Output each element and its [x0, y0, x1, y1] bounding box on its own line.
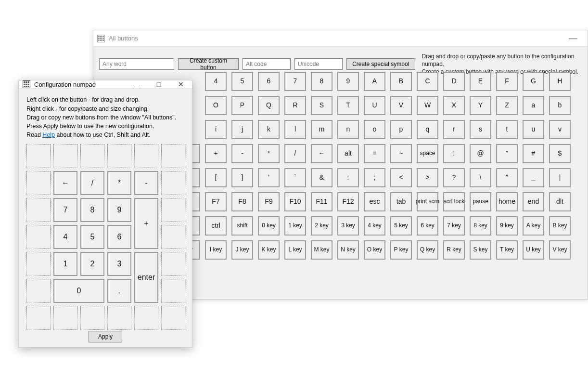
key-button[interactable]: Y	[470, 96, 491, 115]
numpad-backspace[interactable]: ←	[53, 171, 77, 195]
drop-slot[interactable]	[161, 306, 185, 330]
key-button[interactable]: M key	[311, 240, 332, 260]
key-button[interactable]: 9	[337, 72, 359, 91]
numpad-3[interactable]: 3	[107, 252, 131, 276]
key-button[interactable]: T key	[496, 240, 518, 260]
key-button[interactable]: home	[496, 192, 518, 211]
key-button[interactable]: 2 key	[311, 216, 332, 236]
key-button[interactable]: =	[364, 144, 385, 163]
drop-slot[interactable]	[26, 225, 51, 249]
drop-slot[interactable]	[161, 252, 185, 276]
drop-slot[interactable]	[161, 279, 185, 303]
numpad-decimal[interactable]: .	[107, 279, 131, 303]
key-button[interactable]: &	[311, 168, 332, 187]
all-buttons-titlebar[interactable]: All buttons —	[93, 30, 588, 47]
key-button[interactable]: print scrn	[417, 192, 438, 211]
drop-slot[interactable]	[26, 279, 51, 303]
key-button[interactable]: B	[390, 72, 412, 91]
key-button[interactable]: 4	[205, 72, 227, 91]
key-button[interactable]: [	[205, 168, 227, 187]
help-link[interactable]: Help	[42, 131, 55, 138]
create-custom-button[interactable]: Create custom button	[178, 58, 239, 70]
key-button[interactable]: W	[417, 96, 438, 115]
numpad-8[interactable]: 8	[80, 198, 104, 222]
key-button[interactable]: t	[496, 120, 518, 139]
numpad-layout[interactable]: ←/*-789+456123enter0.	[26, 144, 190, 325]
key-button[interactable]: S	[311, 96, 332, 115]
key-button[interactable]: F8	[231, 192, 253, 211]
minimize-button[interactable]: —	[562, 30, 584, 46]
key-button[interactable]: o	[364, 120, 385, 139]
drop-slot[interactable]	[80, 306, 104, 330]
numpad-4[interactable]: 4	[53, 225, 77, 249]
key-button[interactable]: tab	[390, 192, 412, 211]
key-button[interactable]: T	[337, 96, 359, 115]
key-button[interactable]: A key	[523, 216, 544, 236]
key-button[interactable]: alt	[337, 144, 359, 163]
key-button[interactable]: ;	[364, 168, 385, 187]
key-button[interactable]: R	[284, 96, 306, 115]
drop-slot[interactable]	[80, 144, 104, 168]
key-button[interactable]: m	[311, 120, 332, 139]
key-button[interactable]: P	[231, 96, 253, 115]
numpad-multiply[interactable]: *	[107, 171, 131, 195]
key-button[interactable]: /	[284, 144, 306, 163]
key-button[interactable]: 4 key	[364, 216, 385, 236]
key-button[interactable]: b	[549, 96, 571, 115]
drop-slot[interactable]	[134, 306, 158, 330]
key-button[interactable]: scrl lock	[443, 192, 465, 211]
key-button[interactable]: n	[337, 120, 359, 139]
numpad-7[interactable]: 7	[53, 198, 77, 222]
key-button[interactable]: 7 key	[443, 216, 465, 236]
key-button[interactable]: S key	[470, 240, 491, 260]
key-button[interactable]: #	[523, 144, 544, 163]
key-button[interactable]: D	[443, 72, 465, 91]
key-button[interactable]: N key	[337, 240, 359, 260]
drop-slot[interactable]	[161, 225, 185, 249]
key-button[interactable]: j	[231, 120, 253, 139]
maximize-button[interactable]: □	[148, 80, 170, 88]
key-button[interactable]: P key	[390, 240, 412, 260]
create-special-symbol-button[interactable]: Create special symbol	[346, 58, 415, 70]
key-button[interactable]: F9	[258, 192, 280, 211]
key-button[interactable]: ]	[231, 168, 253, 187]
key-button[interactable]: O	[205, 96, 227, 115]
numpad-divide[interactable]: /	[80, 171, 104, 195]
drop-slot[interactable]	[26, 198, 51, 222]
key-button[interactable]: F12	[337, 192, 359, 211]
key-button[interactable]: 7	[284, 72, 306, 91]
key-button[interactable]: 8	[311, 72, 332, 91]
key-button[interactable]: 1 key	[284, 216, 306, 236]
key-button[interactable]: C	[417, 72, 438, 91]
key-button[interactable]: end	[523, 192, 544, 211]
drop-slot[interactable]	[26, 171, 51, 195]
key-button[interactable]: '	[258, 168, 280, 187]
key-button[interactable]: l	[284, 120, 306, 139]
key-button[interactable]: p	[390, 120, 412, 139]
key-button[interactable]: `	[284, 168, 306, 187]
drop-slot[interactable]	[161, 198, 185, 222]
key-button[interactable]: V key	[549, 240, 571, 260]
key-button[interactable]: shift	[231, 216, 253, 236]
numpad-9[interactable]: 9	[107, 198, 131, 222]
key-button[interactable]: $	[549, 144, 571, 163]
unicode-input[interactable]	[294, 58, 343, 70]
drop-slot[interactable]	[107, 306, 131, 330]
key-button[interactable]: space	[417, 144, 438, 163]
key-button[interactable]: k	[258, 120, 280, 139]
drop-slot[interactable]	[53, 306, 77, 330]
key-button[interactable]: 0 key	[258, 216, 280, 236]
minimize-button[interactable]: —	[126, 80, 148, 88]
key-button[interactable]: esc	[364, 192, 385, 211]
key-button[interactable]: ←	[311, 144, 332, 163]
key-button[interactable]: v	[549, 120, 571, 139]
key-button[interactable]: *	[258, 144, 280, 163]
drop-slot[interactable]	[134, 144, 158, 168]
key-button[interactable]: ?	[443, 168, 465, 187]
key-button[interactable]: s	[470, 120, 491, 139]
key-button[interactable]: pause	[470, 192, 491, 211]
key-button[interactable]: ^	[496, 168, 518, 187]
key-button[interactable]: -	[231, 144, 253, 163]
numpad-5[interactable]: 5	[80, 225, 104, 249]
alt-code-input[interactable]	[243, 58, 291, 70]
